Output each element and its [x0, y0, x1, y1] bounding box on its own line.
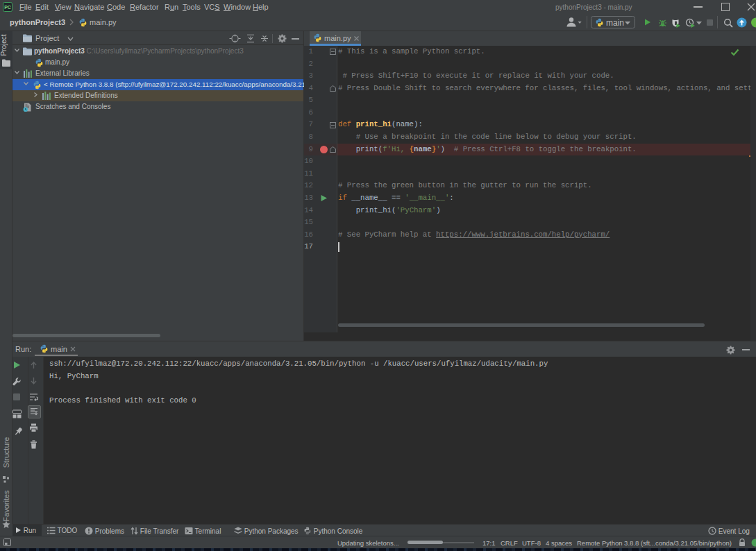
svg-text:PC: PC: [4, 5, 11, 10]
